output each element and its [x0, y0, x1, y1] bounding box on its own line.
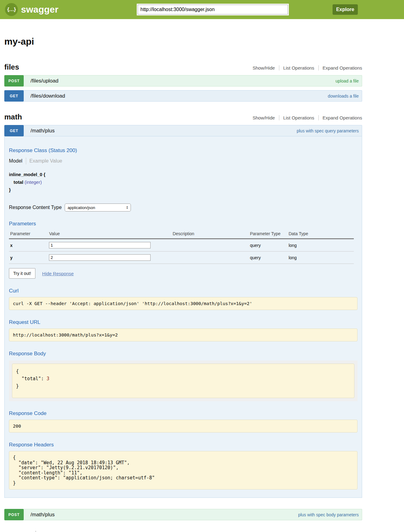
endpoint-summary-link[interactable]: upload a file — [335, 79, 359, 83]
table-row: y query long — [9, 252, 354, 264]
endpoint-get-files-download[interactable]: GET /files/download downloads a file — [4, 90, 362, 102]
parameters-heading: Parameters — [9, 221, 358, 227]
endpoint-get-math-plus[interactable]: GET /math/plus plus with spec query para… — [4, 125, 362, 136]
show-hide-link[interactable]: Show/Hide — [248, 65, 279, 71]
model-property-type: (integer) — [25, 179, 42, 185]
select-arrows-icon: ▲▼ — [126, 206, 128, 209]
endpoint-summary-link[interactable]: plus with spec body parameters — [298, 512, 359, 517]
param-data-type: long — [287, 239, 354, 252]
response-content-type-select[interactable]: application/json ▲▼ — [65, 204, 131, 212]
swagger-logo[interactable]: {…} swagger — [5, 3, 59, 16]
col-header-parameter: Parameter — [9, 230, 48, 239]
tab-divider — [26, 158, 26, 164]
post-method-badge: POST — [4, 75, 24, 87]
swagger-logo-icon: {…} — [5, 3, 18, 16]
parameters-table: Parameter Value Description Parameter Ty… — [9, 230, 354, 264]
response-body-json: { "total": 3 } — [12, 364, 354, 398]
spec-url-input[interactable] — [138, 5, 288, 14]
col-header-value: Value — [48, 230, 171, 239]
list-operations-link[interactable]: List Operations — [279, 65, 318, 71]
expand-operations-link[interactable]: Expand Operations — [318, 115, 362, 120]
response-code-value: 200 — [9, 420, 358, 433]
page-title: my-api — [4, 36, 362, 47]
endpoint-path-link[interactable]: /math/plus — [30, 512, 55, 518]
json-number: 3 — [46, 376, 49, 381]
get-method-badge: GET — [4, 125, 24, 136]
model-close-line: } — [9, 186, 358, 194]
param-name: x — [9, 239, 48, 252]
section-controls: Show/Hide List Operations Expand Operati… — [248, 115, 362, 120]
col-header-description: Description — [172, 230, 249, 239]
explore-button[interactable]: Explore — [333, 4, 358, 15]
expand-operations-link[interactable]: Expand Operations — [318, 65, 362, 71]
param-type: query — [249, 252, 287, 264]
param-y-input[interactable] — [49, 254, 151, 261]
endpoint-path-link[interactable]: /files/download — [30, 93, 65, 99]
tab-example-value[interactable]: Example Value — [30, 158, 62, 164]
param-description — [172, 239, 249, 252]
text-caret — [35, 531, 36, 532]
model-signature: inline_model_0 { total (integer) } — [9, 171, 358, 194]
request-url-heading: Request URL — [9, 319, 358, 325]
param-x-input[interactable] — [49, 242, 151, 248]
endpoint-path-link[interactable]: /files/upload — [30, 78, 59, 84]
header-bar: {…} swagger Explore — [0, 0, 404, 19]
section-title-files[interactable]: files — [4, 63, 19, 71]
curl-command: curl -X GET --header 'Accept: applicatio… — [9, 297, 358, 310]
param-description — [172, 252, 249, 264]
table-row: x query long — [9, 239, 354, 252]
model-open-line: inline_model_0 { — [9, 171, 358, 178]
tab-model[interactable]: Model — [9, 158, 22, 164]
json-text: { "total": — [16, 369, 46, 381]
model-property-name: total — [14, 179, 23, 185]
section-controls: Show/Hide List Operations Expand Operati… — [248, 65, 362, 71]
endpoint-post-math-plus[interactable]: POST /math/plus plus with spec body para… — [4, 509, 362, 520]
operation-panel: Response Class (Status 200) Model Exampl… — [4, 136, 362, 498]
col-header-parameter-type: Parameter Type — [249, 230, 287, 239]
endpoint-summary-link[interactable]: plus with spec query parameters — [297, 128, 359, 133]
show-hide-link[interactable]: Show/Hide — [248, 115, 279, 120]
base-url-footer: [ BASE URL: ] — [4, 531, 362, 532]
response-body-heading: Response Body — [9, 351, 358, 357]
json-text: } — [16, 383, 19, 389]
request-url-value: http://localhost:3000/math/plus?x=1&y=2 — [9, 328, 358, 341]
response-content-type-label: Response Content Type — [9, 205, 62, 210]
endpoint-path-link[interactable]: /math/plus — [30, 128, 55, 134]
model-tabs: Model Example Value — [9, 158, 358, 164]
swagger-logo-text: swagger — [21, 4, 59, 15]
response-class-heading: Response Class (Status 200) — [9, 147, 358, 154]
curl-heading: Curl — [9, 288, 358, 294]
section-title-math[interactable]: math — [4, 113, 22, 121]
response-body-container: { "total": 3 } — [9, 361, 358, 401]
param-data-type: long — [287, 252, 354, 264]
response-code-heading: Response Code — [9, 410, 358, 417]
section-files: files Show/Hide List Operations Expand O… — [4, 63, 362, 102]
hide-response-link[interactable]: Hide Response — [42, 271, 74, 276]
try-it-out-button[interactable]: Try it out! — [9, 268, 35, 279]
endpoint-summary-link[interactable]: downloads a file — [328, 94, 359, 99]
param-type: query — [249, 239, 287, 252]
section-math: math Show/Hide List Operations Expand Op… — [4, 113, 362, 520]
col-header-data-type: Data Type — [287, 230, 354, 239]
post-method-badge: POST — [4, 509, 24, 520]
get-method-badge: GET — [4, 90, 24, 102]
param-name: y — [9, 252, 48, 264]
response-headers-json: { "date": "Wed, 22 Aug 2018 18:49:13 GMT… — [9, 451, 358, 490]
endpoint-post-files-upload[interactable]: POST /files/upload upload a file — [4, 75, 362, 87]
selected-content-type: application/json — [67, 205, 95, 210]
list-operations-link[interactable]: List Operations — [279, 115, 318, 120]
response-headers-heading: Response Headers — [9, 442, 358, 448]
